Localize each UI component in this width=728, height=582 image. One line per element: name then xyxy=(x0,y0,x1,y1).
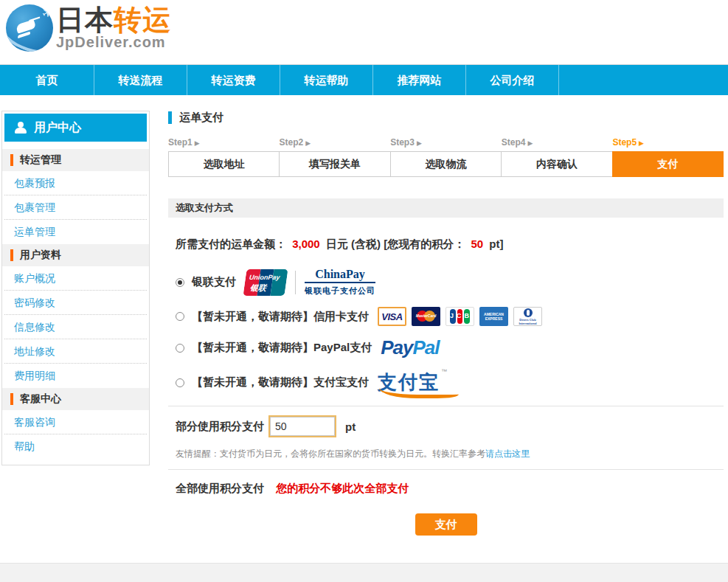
partial-points-label: 部分使用积分支付 xyxy=(176,420,264,434)
page: ✈ 日本转运 JpDeliver.com 首页 转送流程 转运资费 转运帮助 推… xyxy=(0,0,728,582)
radio-credit-card[interactable] xyxy=(176,312,184,321)
sidebar-header-user-center: 用户中心 xyxy=(4,114,147,142)
sidebar-item-change-info[interactable]: 信息修改 xyxy=(4,315,147,339)
amount-line: 所需支付的运单金额： 3,000 日元 (含税) [您现有的积分： 50 pt] xyxy=(168,238,724,252)
full-points-row: 全部使用积分支付 您的积分不够此次全部支付 xyxy=(168,482,724,496)
radio-paypal[interactable] xyxy=(176,344,184,353)
chinapay-subtitle: 银联电子支付公司 xyxy=(305,285,375,297)
nav-item-fees[interactable]: 转运资费 xyxy=(187,65,280,95)
step-3: Step3▶ xyxy=(390,137,502,148)
nav-item-forward-process[interactable]: 转送流程 xyxy=(94,65,187,95)
currency-tip: 友情提醒：支付货币为日元，会将你所在国家的货币转换为日元。转换汇率参考请点击这里 xyxy=(176,448,724,460)
step-tabs: 选取地址 填写报关单 选取物流 内容确认 支付 xyxy=(168,151,724,177)
step-2: Step2▶ xyxy=(280,137,391,148)
sidebar-item-customer-inquiry[interactable]: 客服咨询 xyxy=(4,410,147,434)
unionpay-card-icon: UnionPay 银联 xyxy=(243,269,288,296)
amount-prefix: 所需支付的运单金额： xyxy=(176,238,286,250)
sidebar-item-package-management[interactable]: 包裹管理 xyxy=(4,195,147,220)
points-input[interactable] xyxy=(270,417,335,436)
section-title-payment-method: 选取支付方式 xyxy=(168,198,724,218)
logo-text: 日本转运 JpDeliver.com xyxy=(56,6,171,50)
sidebar-item-change-password[interactable]: 密码修改 xyxy=(4,291,147,315)
alipay-logo: 支付宝 ™ xyxy=(378,370,447,395)
amount-middle: 日元 (含税) [您现有的积分： xyxy=(326,238,465,250)
main-nav: 首页 转送流程 转运资费 转运帮助 推荐网站 公司介绍 xyxy=(0,65,728,95)
steps-row: Step1▶ Step2▶ Step3▶ Step4▶ Step5▶ xyxy=(168,137,724,148)
option-unionpay: 银联支付 UnionPay 银联 ChinaPay 银联电子支付公司 xyxy=(176,268,724,297)
points-unit: pt xyxy=(345,420,356,433)
section-accent-bar xyxy=(10,393,13,405)
radio-alipay[interactable] xyxy=(176,378,184,387)
unionpay-chinapay-logo: UnionPay 银联 ChinaPay 银联电子支付公司 xyxy=(245,268,375,297)
nav-item-help[interactable]: 转运帮助 xyxy=(280,65,373,95)
sidebar-item-package-forecast[interactable]: 包裹预报 xyxy=(4,171,147,195)
step-4: Step4▶ xyxy=(502,137,613,148)
radio-unionpay[interactable] xyxy=(176,278,184,287)
tab-payment-active[interactable]: 支付 xyxy=(612,151,724,177)
footer-bar xyxy=(0,563,728,582)
option-unionpay-label: 银联支付 xyxy=(192,275,236,289)
tip-text: 友情提醒：支付货币为日元，会将你所在国家的货币转换为日元。转换汇率参考 xyxy=(176,448,485,459)
sidebar-item-account-overview[interactable]: 账户概况 xyxy=(4,266,147,291)
step-1: Step1▶ xyxy=(168,137,280,148)
sidebar-item-fee-details[interactable]: 费用明细 xyxy=(4,364,147,388)
full-points-label: 全部使用积分支付 xyxy=(176,482,264,494)
pay-button[interactable]: 支付 xyxy=(415,513,477,536)
trademark-symbol: ™ xyxy=(441,368,447,375)
unionpay-cn-text: 银联 xyxy=(249,283,267,294)
site-header: ✈ 日本转运 JpDeliver.com xyxy=(0,0,728,65)
insufficient-points-warning: 您的积分不够此次全部支付 xyxy=(276,482,409,494)
globe-japan-airplane-icon: ✈ xyxy=(6,4,53,52)
tab-customs-form[interactable]: 填写报关单 xyxy=(279,151,390,177)
sidebar-item-help[interactable]: 帮助 xyxy=(4,434,147,459)
nav-item-home[interactable]: 首页 xyxy=(0,65,94,95)
sidebar-section-title: 客服中心 xyxy=(20,392,61,406)
sidebar-item-waybill-management[interactable]: 运单管理 xyxy=(4,220,147,244)
tab-select-address[interactable]: 选取地址 xyxy=(168,151,280,177)
option-paypal: 【暂未开通，敬请期待】PayPal支付 PayPal xyxy=(176,336,724,359)
paypal-logo: PayPal xyxy=(381,336,439,359)
main-content: 运单支付 Step1▶ Step2▶ Step3▶ Step4▶ Step5▶ … xyxy=(168,111,724,536)
alipay-swoosh xyxy=(379,388,459,398)
sidebar-item-change-address[interactable]: 地址修改 xyxy=(4,339,147,364)
user-icon xyxy=(15,122,27,134)
sidebar-section-user-profile: 用户资料 xyxy=(2,244,149,266)
section-accent-bar xyxy=(10,154,13,166)
step-arrow-icon: ▶ xyxy=(417,139,422,147)
sidebar-section-title: 用户资料 xyxy=(20,249,61,262)
visa-icon: VISA xyxy=(378,307,406,326)
page-title: 运单支付 xyxy=(179,111,223,125)
chinapay-title: ChinaPay xyxy=(305,268,375,283)
option-credit-card: 【暂未开通，敬请期待】信用卡支付 VISA MasterCard JCB AME… xyxy=(176,307,724,326)
step-arrow-icon: ▶ xyxy=(527,139,533,147)
nav-item-about[interactable]: 公司介绍 xyxy=(466,65,559,95)
jcb-icon: JCB xyxy=(446,307,474,326)
sidebar-section-customer-service: 客服中心 xyxy=(2,388,149,410)
site-logo[interactable]: ✈ 日本转运 JpDeliver.com xyxy=(6,4,171,52)
amount-value: 3,000 xyxy=(292,238,320,250)
payment-options: 银联支付 UnionPay 银联 ChinaPay 银联电子支付公司 xyxy=(168,268,724,395)
title-accent-bar xyxy=(168,111,172,124)
partial-points-block: 部分使用积分支付 pt 友情提醒：支付货币为日元，会将你所在国家的货币转换为日元… xyxy=(168,406,724,470)
amount-suffix: pt] xyxy=(489,238,503,250)
logo-subtitle: JpDeliver.com xyxy=(56,34,171,50)
sidebar-header-label: 用户中心 xyxy=(34,120,81,136)
nav-item-recommended-sites[interactable]: 推荐网站 xyxy=(373,65,466,95)
logo-title-part1: 日本 xyxy=(56,4,114,35)
diners-club-icon: Diners Club International xyxy=(513,307,542,326)
step-arrow-icon: ▶ xyxy=(639,139,644,147)
option-paypal-label: 【暂未开通，敬请期待】PayPal支付 xyxy=(192,341,372,355)
points-value: 50 xyxy=(471,238,483,250)
exchange-rate-link[interactable]: 请点击这里 xyxy=(485,448,530,459)
mastercard-icon: MasterCard xyxy=(412,307,440,326)
tab-confirm-content[interactable]: 内容确认 xyxy=(501,151,612,177)
option-alipay-label: 【暂未开通，敬请期待】支付宝支付 xyxy=(192,375,369,389)
sidebar: 用户中心 转运管理 包裹预报 包裹管理 运单管理 用户资料 账户概况 密码修改 … xyxy=(1,111,150,465)
logo-title-part2: 转运 xyxy=(114,4,171,35)
step-arrow-icon: ▶ xyxy=(195,139,200,147)
amex-icon: AMERICAN EXPRESS xyxy=(479,307,508,326)
sidebar-section-forward-management: 转运管理 xyxy=(2,149,149,171)
tab-select-logistics[interactable]: 选取物流 xyxy=(390,151,502,177)
chinapay-logo: ChinaPay 银联电子支付公司 xyxy=(305,268,375,297)
sidebar-section-title: 转运管理 xyxy=(20,153,61,167)
